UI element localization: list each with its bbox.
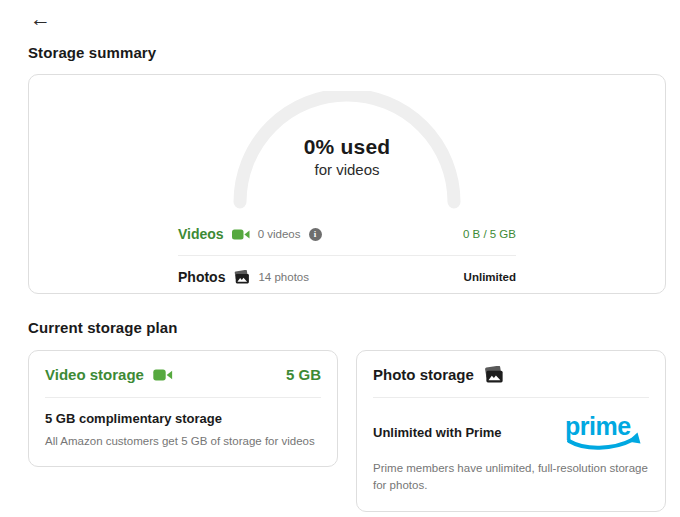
- photo-card-divider: [373, 397, 649, 398]
- photos-usage-left: Photos 14 photos: [178, 269, 464, 285]
- videos-count: 0 videos: [258, 228, 301, 240]
- back-arrow-icon: ←: [30, 7, 51, 30]
- videos-label: Videos: [178, 226, 224, 242]
- photos-stack-icon: [483, 366, 504, 383]
- storage-gauge: 0% used for videos: [227, 91, 467, 209]
- photo-storage-card: Photo storage Unlimited with Prime prime…: [356, 350, 666, 512]
- videos-usage-value: 0 B / 5 GB: [463, 228, 516, 240]
- video-card-subtitle: 5 GB complimentary storage: [45, 411, 321, 426]
- video-card-title-row: Video storage 5 GB: [45, 366, 321, 383]
- storage-summary-page: ← Storage summary 0% used for videos Vid…: [0, 0, 680, 517]
- back-button[interactable]: ←: [28, 6, 53, 31]
- video-card-amount: 5 GB: [286, 366, 321, 383]
- photos-label: Photos: [178, 269, 225, 285]
- current-plan-heading: Current storage plan: [28, 319, 666, 336]
- info-icon[interactable]: i: [309, 228, 322, 241]
- photo-card-body: Prime members have unlimited, full-resol…: [373, 460, 649, 495]
- page-title: Storage summary: [28, 44, 666, 61]
- photo-card-subtitle: Unlimited with Prime: [373, 425, 502, 440]
- gauge-percent-used: 0% used: [227, 135, 467, 159]
- photos-usage-row: Photos 14 photos Unlimited: [178, 266, 516, 288]
- plan-cards-row: Video storage 5 GB 5 GB complimentary st…: [28, 350, 666, 512]
- video-camera-icon: [153, 368, 173, 382]
- info-glyph: i: [314, 229, 317, 239]
- storage-summary-card: 0% used for videos Videos 0 videos i 0 B…: [28, 74, 666, 294]
- video-camera-icon: [232, 228, 250, 241]
- photo-card-title-row: Photo storage: [373, 366, 649, 383]
- videos-usage-left: Videos 0 videos i: [178, 226, 463, 242]
- photos-count: 14 photos: [258, 271, 309, 283]
- photos-usage-value: Unlimited: [464, 271, 516, 283]
- videos-usage-row: Videos 0 videos i 0 B / 5 GB: [178, 223, 516, 245]
- prime-logo: prime: [561, 411, 649, 453]
- gauge-text: 0% used for videos: [227, 135, 467, 178]
- video-storage-card: Video storage 5 GB 5 GB complimentary st…: [28, 350, 338, 467]
- video-card-body: All Amazon customers get 5 GB of storage…: [45, 433, 321, 450]
- photo-card-title: Photo storage: [373, 366, 474, 383]
- photos-stack-icon: [233, 270, 250, 284]
- video-card-title: Video storage: [45, 366, 144, 383]
- gauge-subtitle: for videos: [227, 161, 467, 178]
- video-card-divider: [45, 397, 321, 398]
- usage-table: Videos 0 videos i 0 B / 5 GB Photos: [178, 223, 516, 288]
- prime-logo-text: prime: [565, 412, 631, 440]
- usage-row-divider: [178, 255, 516, 256]
- photo-card-sub-row: Unlimited with Prime prime: [373, 411, 649, 453]
